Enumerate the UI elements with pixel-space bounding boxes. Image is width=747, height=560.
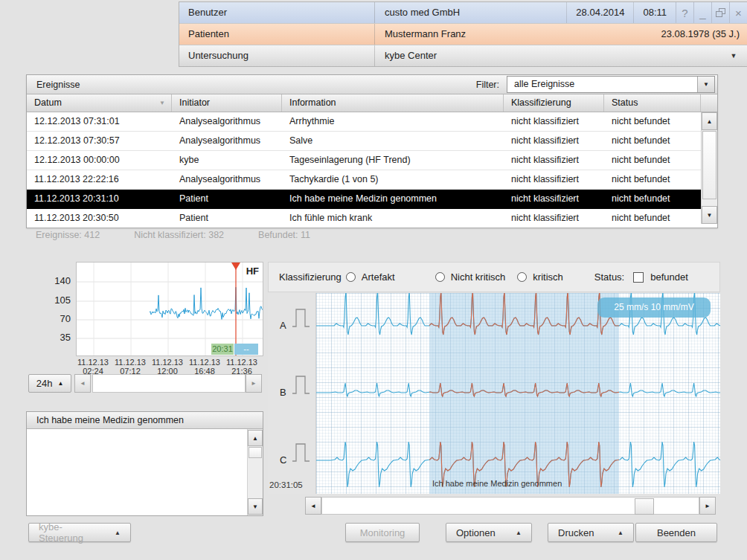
table-cell: Analysealgorithmus	[172, 170, 282, 189]
table-row[interactable]: 11.12.2013 20:30:50PatientIch fühle mich…	[27, 209, 701, 228]
exam-name: kybe Center	[375, 45, 720, 66]
column-header-klassifizierung[interactable]: Klassifizierung	[504, 94, 604, 112]
radio-icon[interactable]	[346, 272, 356, 282]
table-cell: nicht klassifiziert	[504, 112, 604, 131]
table-cell: Tageseinlagerung (HF Trend)	[282, 151, 504, 170]
ecg-lead-column: 20:31:05 ABC	[268, 293, 316, 494]
ecg-scroll-right-icon[interactable]: ►	[699, 497, 716, 515]
exam-dropdown-icon[interactable]: ▼	[720, 45, 747, 66]
note-scrollbar-thumb[interactable]	[249, 447, 262, 458]
scroll-up-icon[interactable]: ▲	[702, 112, 717, 130]
hf-cursor-time-badge: 20:31	[211, 344, 234, 355]
events-titlebar: Ereignisse Filter: alle Ereignisse ▼	[27, 75, 717, 94]
table-cell: 11.12.2013 20:30:50	[27, 209, 172, 228]
table-cell: nicht befundet	[604, 151, 701, 170]
calibration-pulse-icon	[292, 372, 312, 396]
classification-options: ArtefaktNicht kritischkritisch	[342, 271, 563, 283]
radio-option-kritisch[interactable]: kritisch	[517, 271, 562, 283]
column-header-initiator[interactable]: Initiator	[172, 94, 282, 112]
filter-label: Filter:	[476, 80, 499, 90]
table-row[interactable]: 12.12.2013 00:00:00kybeTageseinlagerung …	[27, 151, 701, 170]
events-scrollbar-thumb[interactable]	[702, 131, 716, 199]
calibration-pulse-icon	[292, 305, 312, 329]
beenden-button[interactable]: Beenden	[635, 523, 717, 542]
scroll-down-icon[interactable]: ▼	[248, 498, 263, 515]
table-cell: Ich habe meine Medizin genommen	[282, 190, 504, 208]
user-menu[interactable]: Benutzer	[179, 2, 375, 23]
filter-value: alle Ereignisse	[507, 77, 697, 92]
summary-total: Ereignisse: 412	[36, 230, 100, 240]
table-cell: Arrhythmie	[282, 112, 504, 131]
exam-menu[interactable]: Untersuchung	[179, 45, 375, 66]
table-cell: Salve	[282, 132, 504, 150]
radio-option-nicht-kritisch[interactable]: Nicht kritisch	[435, 271, 506, 283]
filter-dropdown-icon[interactable]: ▼	[697, 77, 714, 92]
patient-menu[interactable]: Patienten	[179, 24, 375, 45]
column-header-status[interactable]: Status	[604, 94, 701, 112]
ecg-timestamp: 20:31:05	[269, 480, 303, 489]
monitoring-button: Monitoring	[345, 523, 420, 542]
ecg-lead-label-c: C	[280, 454, 286, 466]
ecg-scrollbar-thumb[interactable]	[635, 498, 654, 515]
table-row[interactable]: 11.12.2013 20:31:10PatientIch habe meine…	[27, 190, 701, 209]
note-title: Ich habe meine Medizin genommen	[27, 412, 263, 429]
close-icon[interactable]: ×	[729, 2, 747, 23]
header-row-exam: Untersuchung kybe Center ▼	[179, 45, 747, 66]
scroll-up-icon[interactable]: ▲	[248, 430, 263, 446]
button-label: Monitoring	[360, 527, 405, 538]
table-cell: nicht klassifiziert	[504, 132, 604, 150]
classification-label: Klassifizierung	[279, 271, 342, 283]
hf-range-button[interactable]: 24h ▲	[28, 374, 71, 393]
column-header-datum[interactable]: Datum▼	[27, 94, 172, 112]
table-cell: nicht klassifiziert	[504, 170, 604, 189]
table-cell: Ich fühle mich krank	[282, 209, 504, 228]
current-time: 08:11	[633, 2, 676, 23]
note-text-area[interactable]: ▲ ▼	[27, 429, 263, 515]
table-cell: nicht befundet	[604, 112, 701, 131]
table-cell: 12.12.2013 07:30:57	[27, 132, 172, 150]
scroll-down-icon[interactable]: ▼	[702, 206, 717, 224]
ecg-scroll-left-icon[interactable]: ◄	[305, 497, 321, 515]
hf-scroll-left-icon[interactable]: ◄	[74, 374, 91, 393]
befundet-checkbox[interactable]	[633, 272, 644, 283]
table-row[interactable]: 12.12.2013 07:30:57AnalysealgorithmusSal…	[27, 132, 701, 151]
table-row[interactable]: 12.12.2013 07:31:01AnalysealgorithmusArr…	[27, 112, 701, 132]
table-row[interactable]: 11.12.2013 22:22:16AnalysealgorithmusTac…	[27, 170, 701, 190]
hf-scroll-right-icon[interactable]: ►	[246, 374, 262, 393]
ecg-lead-label-a: A	[280, 320, 286, 331]
table-cell: nicht befundet	[604, 209, 701, 228]
table-cell: nicht befundet	[604, 170, 701, 189]
hf-y-tick: 35	[36, 332, 71, 343]
hf-y-tick: 140	[36, 275, 71, 286]
calibration-pulse-icon	[292, 440, 312, 463]
column-header-information[interactable]: Information	[282, 94, 504, 112]
filter-dropdown[interactable]: alle Ereignisse ▼	[507, 76, 715, 93]
ecg-plot-area[interactable]: 25 mm/s 10 mm/mV Ich habe meine Medizin …	[316, 293, 720, 494]
drucken-button[interactable]: Drucken▲	[548, 523, 634, 542]
restore-icon[interactable]	[711, 2, 729, 23]
ecg-panel: 20:31:05 ABC 25 mm/s 10 mm/mV Ich habe m…	[268, 293, 720, 494]
hf-scrollbar-track[interactable]	[92, 374, 246, 393]
radio-icon[interactable]	[517, 272, 527, 282]
events-scrollbar[interactable]: ▲ ▼	[701, 112, 717, 224]
kybe-center-window: { "glyphs": { "down": "▼", "up": "▲", "l…	[0, 0, 747, 560]
radio-option-artefakt[interactable]: Artefakt	[346, 271, 395, 283]
ecg-lead-label-b: B	[280, 387, 286, 398]
header-row-user: Benutzer custo med GmbH 28.04.2014 08:11…	[179, 2, 747, 23]
header-row-patient: Patienten Mustermann Franz 23.08.1978 (3…	[179, 23, 747, 45]
table-cell: Patient	[172, 190, 282, 208]
hf-scroll-row: 24h ▲ ◄ ►	[26, 374, 262, 393]
radio-label: Nicht kritisch	[451, 271, 506, 283]
hf-plot-area[interactable]: HF 20:31 --	[76, 262, 263, 356]
user-name: custo med GmbH	[375, 2, 566, 23]
help-icon[interactable]: ?	[676, 2, 693, 23]
note-scrollbar[interactable]: ▲ ▼	[247, 429, 263, 515]
radio-icon[interactable]	[435, 272, 445, 282]
ecg-scrollbar-track[interactable]	[321, 497, 699, 515]
minimize-icon[interactable]: _	[693, 2, 711, 23]
table-cell: nicht befundet	[604, 190, 701, 208]
radio-label: Artefakt	[362, 271, 395, 283]
optionen-button[interactable]: Optionen▲	[446, 523, 532, 542]
button-label: Drucken	[558, 527, 594, 538]
table-cell: Analysealgorithmus	[172, 132, 282, 150]
